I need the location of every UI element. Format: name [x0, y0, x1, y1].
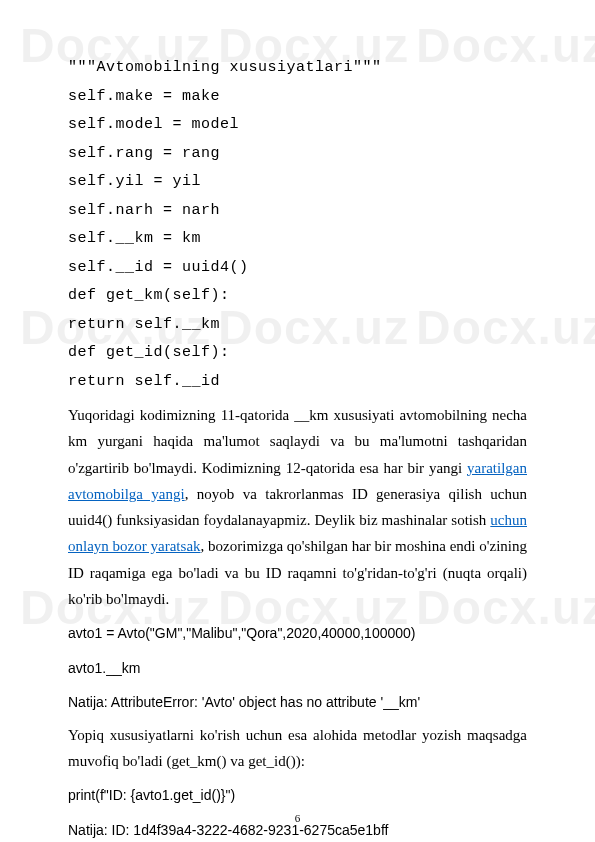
code-line: self.make = make	[68, 83, 527, 112]
code-line: return self.__km	[68, 311, 527, 340]
code-line: self.narh = narh	[68, 197, 527, 226]
paragraph: Yuqoridagi kodimizning 11-qatorida __km …	[68, 402, 527, 612]
code-line: self.rang = rang	[68, 140, 527, 169]
code-line: self.yil = yil	[68, 168, 527, 197]
code-line: self.__id = uuid4()	[68, 254, 527, 283]
page-content: """Avtomobilning xususiyatlari""" self.m…	[0, 0, 595, 842]
output-line: Natija: AttributeError: 'Avto' object ha…	[68, 689, 527, 716]
code-line: self.__km = km	[68, 225, 527, 254]
code-line: return self.__id	[68, 368, 527, 397]
code-line: def get_id(self):	[68, 339, 527, 368]
code-sample: avto1.__km	[68, 655, 527, 682]
code-line: def get_km(self):	[68, 282, 527, 311]
paragraph: Yopiq xususiyatlarni ko'rish uchun esa a…	[68, 722, 527, 775]
output-line: Natija: ID: 1d4f39a4-3222-4682-9231-6275…	[68, 817, 527, 842]
code-line: """Avtomobilning xususiyatlari"""	[68, 54, 527, 83]
code-sample: avto1 = Avto("GM","Malibu","Qora",2020,4…	[68, 620, 527, 647]
code-line: self.model = model	[68, 111, 527, 140]
text: Yuqoridagi kodimizning 11-qatorida __km …	[68, 407, 527, 476]
code-sample: print(f"ID: {avto1.get_id()}")	[68, 782, 527, 809]
